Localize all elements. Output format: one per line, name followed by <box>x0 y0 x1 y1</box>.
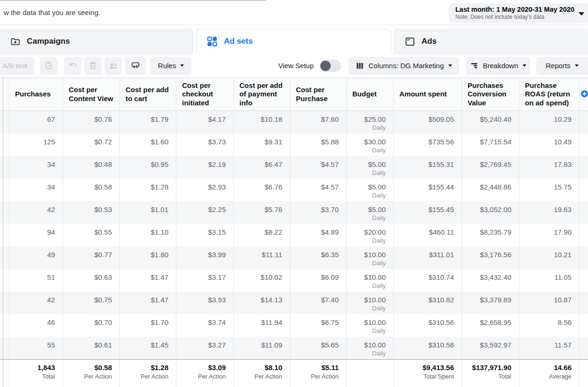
ads-manager-page: w the data that you are seeing. Last mon… <box>0 0 588 387</box>
column-header-cost-per-checkout-initiated[interactable]: Cost per checkout initiated <box>176 78 234 111</box>
cell-cost-per-purchase: $3.70 <box>290 201 347 224</box>
cell-cost-per-purchase: $4.57 <box>290 179 347 201</box>
breakdown-label: Breakdown <box>483 62 518 70</box>
cell-purchase-roas: 15.75 <box>519 179 580 201</box>
breakdown-button[interactable]: Breakdown <box>466 57 530 75</box>
table-row[interactable]: 49$0.77$1.80$3.99$11.11$6.35$10.00Daily$… <box>0 246 588 269</box>
undo-button[interactable] <box>64 57 81 75</box>
columns-button[interactable]: Columns: DG Marketing <box>349 57 459 75</box>
cell-purchases-conversion-value: $3,592.97 <box>462 337 519 359</box>
column-header-amount-spent[interactable]: Amount spent <box>394 78 462 111</box>
column-header-purchase-roas[interactable]: Purchase ROAS (return on ad spend) <box>519 78 580 111</box>
delete-button[interactable] <box>84 57 102 75</box>
cell-purchases-conversion-value: $3,052.00 <box>462 201 519 224</box>
add-column-cell <box>580 292 588 314</box>
cell-cost-per-checkout-initiated: $2.93 <box>176 179 234 201</box>
table-row[interactable]: 34$0.48$0.95$2.19$6.47$4.57$5.00Daily$15… <box>0 156 588 179</box>
tab-campaigns-label: Campaigns <box>27 37 70 46</box>
cell-purchases-conversion-value: $2,658.95 <box>462 314 519 337</box>
view-setup-label: View Setup <box>278 62 314 70</box>
cell-purchases: 67 <box>9 111 63 134</box>
budget-type-label: Daily <box>372 327 386 334</box>
audience-button[interactable] <box>104 57 122 75</box>
cell-cost-per-add-to-cart: $1.79 <box>120 111 176 134</box>
cell-purchases: 125 <box>9 134 63 156</box>
column-header-cost-per-purchase[interactable]: Cost per Purchase <box>290 78 347 111</box>
budget-type-label: Daily <box>372 305 386 312</box>
tab-ads-label: Ads <box>421 37 437 46</box>
cell-cost-per-purchase: $7.40 <box>290 292 347 314</box>
column-header-cost-per-content-view[interactable]: Cost per Content View <box>63 78 120 111</box>
scrolled-column-sliver <box>0 360 3 387</box>
duplicate-button[interactable] <box>40 57 57 75</box>
table-row[interactable]: 46$0.70$1.70$3.74$11.94$6.75$10.00Daily$… <box>0 314 588 337</box>
scrolled-column-sliver <box>0 134 3 156</box>
cell-cost-per-add-payment-info: $11.09 <box>234 337 290 359</box>
cell-cost-per-add-to-cart: $1.80 <box>120 246 176 269</box>
chevron-down-icon <box>448 64 452 67</box>
top-divider <box>0 0 266 1</box>
cell-cost-per-add-payment-info: $10.18 <box>234 111 290 134</box>
cell-purchases-conversion-value: $3,432.40 <box>462 269 519 292</box>
table-row[interactable]: 94$0.55$1.10$3.15$8.22$4.89$20.00Daily$4… <box>0 224 588 246</box>
cell-amount-spent: $460.11 <box>394 224 462 246</box>
ab-test-button[interactable]: A/B test <box>0 57 34 75</box>
cell-amount-spent: $155.31 <box>394 156 462 179</box>
view-setup-toggle[interactable] <box>319 60 341 72</box>
edit-placements-button[interactable] <box>125 57 146 75</box>
tab-campaigns[interactable]: Campaigns <box>0 29 193 54</box>
cell-cost-per-content-view: $0.75 <box>63 292 120 314</box>
table-row[interactable]: 34$0.58$1.28$2.93$6.76$4.57$5.00Daily$15… <box>0 179 588 201</box>
cell-cost-per-content-view: $0.48 <box>63 156 120 179</box>
cell-cost-per-checkout-initiated: $3.73 <box>176 134 234 156</box>
reports-label: Reports <box>546 62 571 70</box>
scrolled-column-sliver <box>3 179 9 201</box>
cell-purchase-roas: 11.05 <box>519 269 580 292</box>
column-header-purchases[interactable]: Purchases <box>9 78 63 111</box>
table-row[interactable]: 42$0.75$1.47$3.93$14.13$7.40$10.00Daily$… <box>0 292 588 314</box>
date-range-selector[interactable]: Last month: 1 May 2020-31 May 2020 Note:… <box>449 3 588 23</box>
table-row[interactable]: 125$0.72$1.60$3.73$9.31$5.88$30.00Daily$… <box>0 134 588 156</box>
column-header-purchases-conversion-value[interactable]: Purchases Conversion Value <box>462 78 519 111</box>
budget-type-label: Daily <box>372 237 386 244</box>
scrolled-column-sliver <box>3 337 9 359</box>
reports-button[interactable]: Reports <box>536 57 588 75</box>
scrolled-column-sliver <box>0 111 3 134</box>
cell-amount-spent: $310.82 <box>394 292 462 314</box>
cell-cost-per-purchase: $5.65 <box>290 337 347 359</box>
add-metric-plus-icon <box>581 90 588 99</box>
tab-ads[interactable]: Ads <box>394 29 588 54</box>
cell-cost-per-purchase: $5.88 <box>290 134 347 156</box>
tab-adsets-label: Ad sets <box>224 37 253 46</box>
cell-cost-per-content-view: $0.70 <box>63 314 120 337</box>
tab-adsets[interactable]: Ad sets <box>196 29 391 54</box>
table-row[interactable]: 55$0.61$1.45$3.27$11.09$5.65$10.00Daily$… <box>0 337 588 359</box>
cell-amount-spent: $310.58 <box>394 337 462 359</box>
total-cost-per-content-view: $0.58Per Action <box>63 360 120 387</box>
cell-purchases: 46 <box>9 314 63 337</box>
cell-cost-per-checkout-initiated: $3.99 <box>176 246 234 269</box>
add-column-cell <box>580 201 588 224</box>
cell-purchases: 55 <box>9 337 63 359</box>
column-header-cost-per-add-to-cart[interactable]: Cost per add to cart <box>120 78 176 111</box>
column-header-budget[interactable]: Budget <box>347 78 394 111</box>
cell-purchases-conversion-value: $3,176.56 <box>462 246 519 269</box>
add-column-cell[interactable] <box>580 78 588 111</box>
add-column-cell <box>580 246 588 269</box>
date-range-note: Note: Does not include today's data <box>455 14 574 20</box>
rules-button[interactable]: Rules <box>151 57 191 75</box>
table-row[interactable]: 42$0.53$1.01$2.25$5.76$3.70$5.00Daily$15… <box>0 201 588 224</box>
cell-purchase-roas: 17.83 <box>519 156 580 179</box>
scrolled-column-sliver <box>3 78 9 111</box>
table-toolbar: A/B test Rules View Setup Columns: DG Ma… <box>0 54 588 78</box>
budget-type-label: Daily <box>372 169 386 176</box>
table-row[interactable]: 51$0.63$1.47$3.17$10.02$6.09$10.00Daily$… <box>0 269 588 292</box>
scrolled-column-sliver <box>3 292 9 314</box>
columns-label: Columns: DG Marketing <box>368 62 444 70</box>
cell-cost-per-add-payment-info: $6.47 <box>234 156 290 179</box>
folder-campaign-icon <box>10 37 20 47</box>
add-column-cell <box>580 360 588 387</box>
column-header-cost-per-add-payment-info[interactable]: Cost per add of payment info <box>234 78 290 111</box>
table-row[interactable]: 67$0.76$1.79$4.17$10.18$7.60$25.00Daily$… <box>0 111 588 134</box>
add-column-cell <box>580 179 588 201</box>
